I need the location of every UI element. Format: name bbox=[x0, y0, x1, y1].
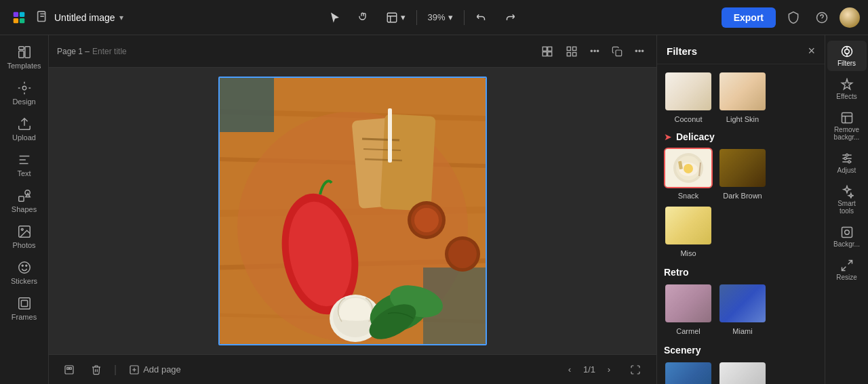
pointer-tool-button[interactable] bbox=[323, 8, 347, 27]
svg-point-10 bbox=[22, 86, 26, 90]
right-sidebar-adjust-label: Adjust bbox=[837, 167, 856, 174]
thumbnail-view-button[interactable] bbox=[60, 362, 79, 378]
right-sidebar-item-resize[interactable]: Resize bbox=[827, 255, 867, 285]
filter-thumb-box-darkbrown[interactable] bbox=[718, 148, 767, 188]
svg-point-15 bbox=[18, 262, 30, 274]
sidebar-item-text[interactable]: Text bbox=[3, 148, 46, 182]
miami-swatch bbox=[719, 284, 766, 322]
prev-page-button[interactable]: ‹ bbox=[561, 362, 578, 378]
export-button[interactable]: Export bbox=[722, 7, 776, 28]
scenery-thumbs bbox=[664, 361, 818, 384]
right-sidebar-item-smarttools[interactable]: Smart tools bbox=[827, 181, 867, 219]
page-title-input[interactable] bbox=[92, 47, 194, 56]
undo-button[interactable] bbox=[470, 8, 493, 27]
miso-swatch bbox=[665, 207, 711, 244]
filter-thumb-box-scenery2[interactable] bbox=[718, 361, 767, 384]
svg-rect-41 bbox=[388, 108, 392, 163]
add-page-button[interactable]: Add page bbox=[125, 362, 185, 378]
sidebar-item-frames[interactable]: Frames bbox=[3, 292, 46, 325]
filter-thumb-coconut[interactable]: Coconut bbox=[664, 71, 713, 123]
right-sidebar-item-filters[interactable]: Filters bbox=[827, 41, 867, 71]
filter-thumb-carmel[interactable]: Carmel bbox=[664, 283, 713, 335]
retro-title: Retro bbox=[664, 267, 689, 278]
user-avatar[interactable] bbox=[840, 7, 860, 28]
sidebar-item-stickers[interactable]: Stickers bbox=[3, 256, 46, 289]
svg-rect-54 bbox=[65, 366, 73, 374]
delicacy-header: ➤ Delicacy bbox=[664, 131, 818, 142]
svg-rect-55 bbox=[67, 367, 69, 369]
filter-thumb-box-scenery1[interactable] bbox=[664, 361, 713, 384]
redo-button[interactable] bbox=[498, 8, 521, 27]
doc-icon bbox=[35, 10, 50, 25]
filter-thumb-lightskin[interactable]: Light Skin bbox=[718, 71, 767, 123]
svg-rect-9 bbox=[24, 47, 29, 58]
zoom-control[interactable]: 39% ▾ bbox=[422, 9, 458, 26]
right-sidebar-item-effects[interactable]: Effects bbox=[827, 74, 867, 104]
select-all-button[interactable] bbox=[537, 43, 557, 60]
svg-rect-5 bbox=[387, 13, 397, 22]
filter-thumb-darkbrown[interactable]: Dark Brown bbox=[718, 148, 767, 200]
svg-rect-21 bbox=[548, 51, 552, 56]
filter-thumb-box-carmel[interactable] bbox=[664, 283, 713, 324]
filter-thumb-box-coconut[interactable] bbox=[664, 71, 713, 112]
help-button[interactable] bbox=[811, 7, 833, 28]
food-image[interactable]: ••• bbox=[220, 78, 486, 344]
filter-thumb-scenery1[interactable] bbox=[664, 361, 713, 384]
sidebar-item-design[interactable]: Design bbox=[3, 77, 46, 110]
canvas-toolbar: Page 1 – ••• bbox=[49, 35, 656, 68]
svg-rect-26 bbox=[616, 50, 622, 56]
right-sidebar-item-background[interactable]: Backgr... bbox=[827, 221, 867, 252]
svg-rect-16 bbox=[18, 298, 30, 310]
filter-thumb-miso[interactable]: Miso bbox=[664, 205, 713, 257]
filter-thumb-box-miso[interactable] bbox=[664, 205, 713, 246]
filter-thumb-scenery2[interactable] bbox=[718, 361, 767, 384]
delicacy-title: Delicacy bbox=[676, 131, 715, 142]
svg-line-38 bbox=[362, 139, 399, 140]
carmel-label: Carmel bbox=[676, 327, 700, 335]
layout-button[interactable]: ▾ bbox=[380, 8, 411, 27]
filter-thumb-miami[interactable]: Miami bbox=[718, 283, 767, 335]
document-title-area[interactable]: Untitled image ▾ bbox=[35, 10, 123, 25]
canvas-body[interactable]: ••• bbox=[49, 68, 656, 354]
filter-thumb-box-snack[interactable] bbox=[664, 148, 713, 188]
more-options-button[interactable]: ••• bbox=[586, 43, 604, 59]
sidebar-item-templates-label: Templates bbox=[7, 62, 41, 70]
hand-tool-button[interactable] bbox=[352, 8, 375, 27]
add-page-label: Add page bbox=[143, 364, 181, 375]
filter-thumb-snack[interactable]: Snack bbox=[664, 148, 713, 200]
svg-rect-17 bbox=[21, 300, 27, 306]
filter-thumb-box-miami[interactable] bbox=[718, 283, 767, 324]
topbar-center: ▾ 39% ▾ bbox=[129, 8, 716, 27]
sidebar-item-shapes[interactable]: Shapes bbox=[3, 184, 46, 217]
sidebar-item-upload[interactable]: Upload bbox=[3, 112, 46, 146]
svg-rect-56 bbox=[70, 367, 72, 369]
topbar-divider2 bbox=[464, 10, 465, 25]
svg-rect-8 bbox=[18, 51, 23, 58]
right-sidebar-removebg-label: Remove backgr... bbox=[830, 126, 864, 141]
svg-rect-20 bbox=[542, 51, 547, 56]
fullscreen-button[interactable] bbox=[625, 360, 646, 380]
logo-button[interactable] bbox=[8, 7, 30, 28]
page-label: Page 1 – bbox=[57, 47, 194, 56]
topbar: Untitled image ▾ ▾ 39% ▾ bbox=[0, 0, 868, 35]
filter-thumb-box-lightskin[interactable] bbox=[718, 71, 767, 112]
shield-icon-button[interactable] bbox=[783, 7, 804, 28]
right-sidebar-item-adjust[interactable]: Adjust bbox=[827, 148, 867, 178]
page-more-button[interactable]: ••• bbox=[631, 43, 648, 59]
sidebar-item-photos[interactable]: Photos bbox=[3, 220, 46, 253]
right-sidebar-item-removebg[interactable]: Remove backgr... bbox=[827, 107, 867, 145]
sidebar-item-frames-label: Frames bbox=[12, 313, 37, 321]
canvas-image-wrapper[interactable]: ••• bbox=[218, 77, 487, 345]
svg-rect-71 bbox=[842, 113, 852, 123]
grid-view-button[interactable] bbox=[561, 43, 582, 60]
svg-rect-25 bbox=[573, 52, 576, 56]
main-area: Templates Design Upload Text Shapes Phot… bbox=[0, 35, 868, 384]
sidebar-item-templates[interactable]: Templates bbox=[3, 41, 46, 74]
canvas-tools: ••• ••• bbox=[537, 43, 648, 60]
delete-button[interactable] bbox=[87, 362, 106, 378]
document-title-caret: ▾ bbox=[119, 13, 123, 22]
next-page-button[interactable]: › bbox=[601, 362, 617, 378]
filters-close-button[interactable]: × bbox=[808, 45, 815, 57]
right-sidebar-filters-label: Filters bbox=[837, 60, 856, 67]
copy-button[interactable] bbox=[608, 43, 627, 60]
